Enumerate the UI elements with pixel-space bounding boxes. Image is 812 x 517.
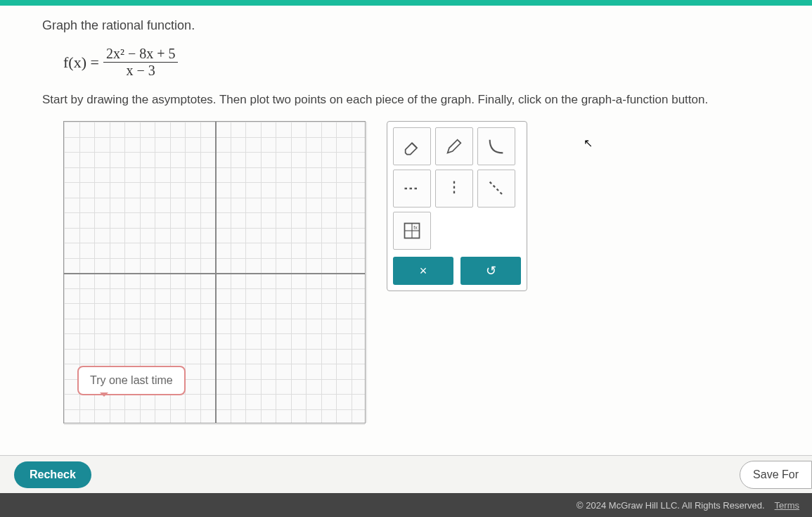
pencil-icon <box>444 136 464 156</box>
equation-numerator: 2x² − 8x + 5 <box>103 46 179 63</box>
question-title: Graph the rational function. <box>42 18 770 33</box>
equation-fraction: 2x² − 8x + 5 x − 3 <box>103 46 179 79</box>
footer-terms-link[interactable]: Terms <box>775 500 799 511</box>
undo-button[interactable]: ↺ <box>460 257 521 285</box>
graph-function-tool[interactable]: fx <box>393 212 431 250</box>
eraser-tool[interactable] <box>393 127 431 165</box>
save-for-button[interactable]: Save For <box>740 461 812 489</box>
svg-text:fx: fx <box>413 225 418 230</box>
dashed-vertical-tool[interactable] <box>435 170 473 208</box>
question-instructions: Start by drawing the asymptotes. Then pl… <box>42 93 770 107</box>
dashed-horizontal-tool[interactable] <box>393 170 431 208</box>
dashed-diagonal-icon <box>486 179 506 198</box>
function-equation: f(x) = 2x² − 8x + 5 x − 3 <box>63 46 770 79</box>
hint-text: Try one last time <box>90 374 173 386</box>
question-content: Graph the rational function. f(x) = 2x² … <box>0 6 812 484</box>
tool-panel: fx × ↺ <box>387 121 527 291</box>
curve-tool[interactable] <box>477 127 515 165</box>
footer-copyright: © 2024 McGraw Hill LLC. All Rights Reser… <box>576 500 765 511</box>
equation-denominator: x − 3 <box>124 63 158 79</box>
undo-icon: ↺ <box>486 263 496 279</box>
dashed-horizontal-icon <box>402 179 422 198</box>
hint-callout: Try one last time <box>77 366 186 395</box>
mouse-cursor-icon: ↖ <box>584 136 593 150</box>
graph-area-wrap: // gridlines injected below after data s… <box>63 121 366 423</box>
dashed-diagonal-tool[interactable] <box>477 170 515 208</box>
close-icon: × <box>420 264 427 279</box>
bottom-toolbar: Recheck Save For <box>0 455 812 493</box>
clear-button[interactable]: × <box>393 257 453 285</box>
page-footer: © 2024 McGraw Hill LLC. All Rights Reser… <box>0 493 812 517</box>
equation-lhs: f(x) = <box>63 53 99 72</box>
graph-function-icon: fx <box>402 221 422 241</box>
pencil-tool[interactable] <box>435 127 473 165</box>
recheck-button[interactable]: Recheck <box>14 461 91 488</box>
eraser-icon <box>402 136 422 156</box>
dashed-vertical-icon <box>444 179 464 198</box>
window-top-accent <box>0 0 812 6</box>
curve-icon <box>486 136 506 156</box>
svg-line-2 <box>490 182 503 196</box>
